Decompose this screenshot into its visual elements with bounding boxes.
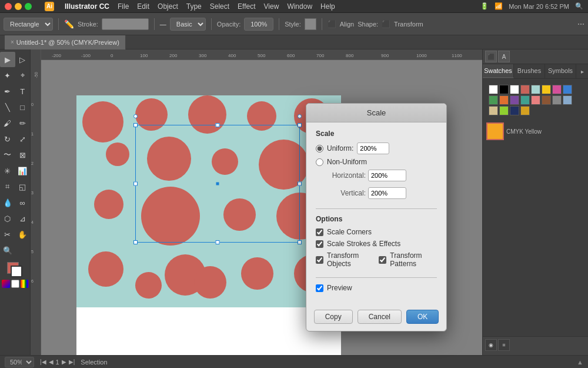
swatch-navy[interactable] — [510, 106, 519, 115]
ok-button[interactable]: OK — [406, 310, 439, 324]
minimize-window-btn[interactable] — [15, 3, 22, 10]
rotate-tool[interactable]: ↻ — [0, 131, 15, 147]
vertical-value-input[interactable] — [368, 187, 406, 199]
swatch-lime[interactable] — [499, 106, 509, 115]
transform-patterns-checkbox[interactable] — [379, 256, 386, 264]
opacity-input[interactable] — [244, 18, 273, 31]
live-paint-tool[interactable]: ⬡ — [0, 211, 15, 226]
gradient-mode-btn[interactable] — [21, 280, 29, 288]
pen-tool[interactable]: ✒ — [0, 84, 15, 99]
swatch-beige[interactable] — [489, 106, 498, 115]
swatch-teal[interactable] — [520, 95, 530, 105]
last-page-btn[interactable]: ▶| — [69, 359, 75, 365]
menu-item-type[interactable]: Type — [186, 2, 202, 11]
color-mode-btn[interactable] — [2, 280, 10, 288]
stroke-color-preview[interactable] — [102, 18, 149, 30]
swatch-red[interactable] — [520, 85, 530, 94]
scale-tool[interactable]: ⤢ — [15, 131, 31, 147]
panel-icon-1[interactable]: ⬛ — [485, 51, 497, 62]
swatch-none[interactable] — [489, 85, 498, 94]
gradient-tool[interactable]: ◱ — [15, 179, 31, 194]
search-icon[interactable]: 🔍 — [575, 2, 583, 10]
scale-dialog[interactable]: Scale Scale Uniform: Non-Uniform Horizon… — [306, 103, 447, 331]
document-tab[interactable]: × Untitled-1* @ 50% (CMYK/Preview) — [5, 35, 126, 49]
menu-item-edit[interactable]: Edit — [137, 2, 149, 11]
swatch-lightblue[interactable] — [563, 95, 572, 105]
uniform-radio[interactable] — [316, 145, 323, 152]
color-picker-icon[interactable]: ◉ — [485, 339, 497, 351]
stroke-swatch[interactable] — [11, 266, 22, 277]
shape-tool-select[interactable]: Rectangle — [4, 18, 53, 31]
appearance-icon[interactable]: ≡ — [498, 339, 510, 351]
prev-page-btn[interactable]: ◀ — [49, 359, 54, 365]
uniform-value-input[interactable] — [357, 142, 389, 154]
fill-stroke-controls[interactable] — [7, 262, 24, 279]
swatch-orange[interactable] — [499, 95, 509, 105]
non-uniform-radio[interactable] — [316, 158, 323, 166]
eyedropper-tool[interactable]: 💧 — [0, 195, 15, 210]
paintbrush-tool[interactable]: 🖌 — [0, 115, 15, 131]
swatch-purple[interactable] — [510, 95, 519, 105]
preview-checkbox[interactable] — [316, 284, 323, 292]
menu-item-object[interactable]: Object — [158, 2, 178, 11]
tab-symbols[interactable]: Symbols — [545, 64, 576, 78]
menu-item-window[interactable]: Window — [287, 2, 312, 11]
active-swatch[interactable] — [486, 122, 504, 140]
stroke-style-select[interactable]: Basic — [170, 18, 206, 31]
zoom-tool[interactable]: 🔍 — [0, 243, 15, 258]
menu-item-select[interactable]: Select — [210, 2, 229, 11]
copy-button[interactable]: Copy — [314, 310, 353, 324]
cancel-button[interactable]: Cancel — [358, 310, 402, 324]
shape-tool[interactable]: □ — [15, 100, 31, 115]
hand-tool[interactable]: ✋ — [15, 227, 31, 242]
menu-item-effect[interactable]: Effect — [238, 2, 255, 11]
style-preview[interactable] — [305, 18, 316, 30]
swatch-cyan[interactable] — [531, 85, 540, 94]
perspective-grid-tool[interactable]: ⊿ — [15, 211, 31, 226]
close-tab-btn[interactable]: × — [11, 39, 14, 45]
lasso-tool[interactable]: ⌖ — [15, 68, 31, 83]
panel-icon-2[interactable]: A — [498, 51, 510, 62]
swatch-magenta[interactable] — [552, 85, 562, 94]
none-mode-btn[interactable] — [11, 280, 19, 288]
direct-select-tool[interactable]: ▷ — [15, 52, 31, 67]
type-tool[interactable]: T — [15, 84, 31, 99]
next-page-btn[interactable]: ▶ — [62, 359, 66, 365]
menu-item-file[interactable]: File — [118, 2, 129, 11]
zoom-select[interactable]: 50% — [5, 357, 34, 367]
swatch-blue[interactable] — [563, 85, 572, 94]
select-tool[interactable]: ▶ — [0, 52, 15, 67]
scale-corners-checkbox[interactable] — [316, 228, 323, 236]
horizontal-value-input[interactable] — [368, 170, 406, 181]
column-graph-tool[interactable]: 📊 — [15, 163, 31, 178]
transform-objects-checkbox[interactable] — [316, 256, 323, 264]
free-transform-tool[interactable]: ⊠ — [15, 147, 31, 163]
menu-item-illustrator[interactable]: Illustrator CC — [65, 2, 109, 11]
close-window-btn[interactable] — [5, 3, 12, 10]
swatch-gray[interactable] — [552, 95, 562, 105]
swatch-gold[interactable] — [520, 106, 530, 115]
tab-brushes[interactable]: Brushes — [514, 64, 545, 78]
swatch-yellow[interactable] — [542, 85, 551, 94]
symbol-sprayer-tool[interactable]: ✳ — [0, 163, 15, 178]
panel-menu-btn[interactable]: ▸ — [576, 64, 588, 78]
first-page-btn[interactable]: |◀ — [40, 359, 46, 365]
scale-strokes-checkbox[interactable] — [316, 240, 323, 248]
pencil-tool[interactable]: ✏ — [15, 115, 31, 131]
menu-item-view[interactable]: View — [264, 2, 279, 11]
magic-wand-tool[interactable]: ✦ — [0, 68, 15, 83]
swatch-white[interactable] — [510, 85, 519, 94]
maximize-window-btn[interactable] — [25, 3, 32, 10]
scissors-tool[interactable]: ✂ — [0, 227, 15, 242]
extras-icon[interactable]: ⋯ — [577, 20, 584, 28]
swatch-black[interactable] — [499, 85, 509, 94]
artboard[interactable] — [76, 95, 341, 307]
tab-swatches[interactable]: Swatches — [483, 64, 514, 78]
warp-tool[interactable]: 〜 — [0, 147, 15, 163]
swatch-pink[interactable] — [531, 95, 540, 105]
menu-item-help[interactable]: Help — [320, 2, 335, 11]
swatch-brown[interactable] — [542, 95, 551, 105]
blend-tool[interactable]: ∞ — [15, 195, 31, 210]
window-controls[interactable] — [5, 3, 32, 10]
mesh-tool[interactable]: ⌗ — [0, 179, 15, 194]
